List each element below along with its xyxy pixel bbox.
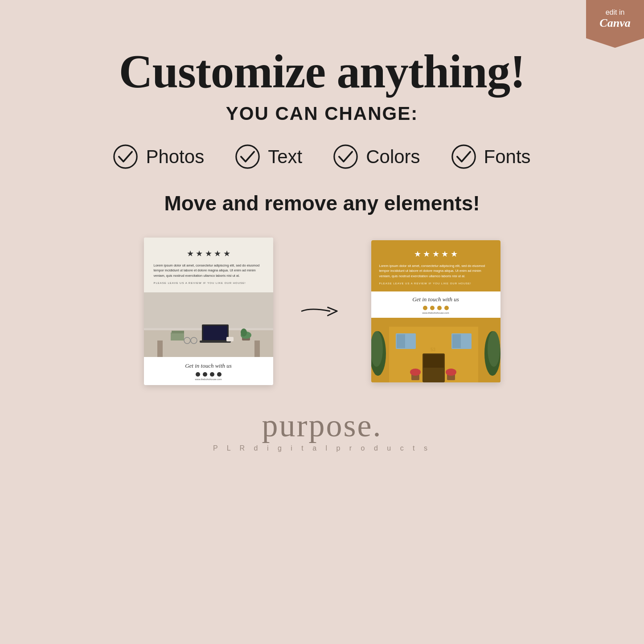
feature-photos-label: Photos xyxy=(146,146,204,168)
card2-stars: ★ ★ ★ ★ ★ xyxy=(379,249,492,259)
svg-rect-27 xyxy=(406,334,415,348)
canva-badge: edit in Canva xyxy=(586,0,644,48)
svg-rect-24 xyxy=(423,354,444,368)
card2-lorem: Lorem ipsum dolor sit amet, consectetur … xyxy=(379,263,492,279)
check-icon-photos xyxy=(113,144,138,169)
svg-point-1 xyxy=(236,145,259,168)
brand-name: purpose. xyxy=(213,407,431,444)
card2-get-in-touch: Get in touch with us xyxy=(379,296,492,303)
card1-bottom: Get in touch with us www.thebohohouse.co… xyxy=(144,357,273,385)
features-row: Photos Text Colors Fonts xyxy=(113,144,530,169)
brand-tagline: P L R d i g i t a l p r o d u c t s xyxy=(213,444,431,452)
badge-edit-text: edit in xyxy=(606,8,625,16)
svg-rect-30 xyxy=(462,334,471,348)
svg-rect-13 xyxy=(172,331,184,333)
svg-point-33 xyxy=(410,369,421,376)
brand-footer: purpose. P L R d i g i t a l p r o d u c… xyxy=(213,407,431,452)
card1-social-row xyxy=(153,372,264,377)
card2-social-youtube xyxy=(437,306,442,310)
svg-rect-12 xyxy=(171,332,184,340)
svg-rect-5 xyxy=(144,292,273,328)
svg-rect-10 xyxy=(203,326,227,340)
card1-website: www.thebohohouse.com xyxy=(153,378,264,381)
svg-point-2 xyxy=(334,145,357,168)
card1-photo xyxy=(144,292,273,357)
move-remove-text: Move and remove any elements! xyxy=(164,191,480,215)
card1-top: ★ ★ ★ ★ ★ Lorem ipsum dolor sit amet, co… xyxy=(144,238,273,292)
feature-text: Text xyxy=(235,144,302,169)
subheadline: YOU CAN CHANGE: xyxy=(226,103,418,124)
card2-website: www.thebohohouse.com xyxy=(379,312,492,314)
card1-stars: ★ ★ ★ ★ ★ xyxy=(154,249,263,258)
svg-point-35 xyxy=(446,369,456,376)
cards-row: ★ ★ ★ ★ ★ Lorem ipsum dolor sit amet, co… xyxy=(144,238,500,385)
card1-social-tiktok xyxy=(203,372,207,377)
feature-photos: Photos xyxy=(113,144,204,169)
card1-leave-review: PLEASE LEAVE US A REVIEW IF YOU LIKE OUR… xyxy=(154,282,263,284)
svg-rect-7 xyxy=(157,340,163,357)
feature-colors: Colors xyxy=(333,144,420,169)
badge-canva-text: Canva xyxy=(599,16,630,30)
svg-rect-29 xyxy=(452,334,461,348)
card2-middle: Get in touch with us www.thebohohouse.co… xyxy=(371,291,500,318)
card2-leave-review: PLEASE LEAVE US A REVIEW IF YOU LIKE OUR… xyxy=(379,282,492,285)
card2-social-pinterest xyxy=(444,306,449,310)
card1-get-in-touch: Get in touch with us xyxy=(153,362,264,369)
svg-point-39 xyxy=(488,331,500,367)
feature-fonts: Fonts xyxy=(451,144,531,169)
svg-rect-8 xyxy=(254,340,260,357)
arrow-container xyxy=(300,298,345,324)
check-icon-text xyxy=(235,144,260,169)
check-icon-colors xyxy=(333,144,358,169)
headline: Customize anything! xyxy=(119,45,525,98)
card2-top: ★ ★ ★ ★ ★ Lorem ipsum dolor sit amet, co… xyxy=(371,240,500,291)
svg-rect-11 xyxy=(200,340,231,343)
main-content: Customize anything! YOU CAN CHANGE: Phot… xyxy=(0,0,644,452)
card2-social-row xyxy=(379,306,492,310)
svg-text:53: 53 xyxy=(431,347,436,352)
card2-social-tiktok xyxy=(430,306,435,310)
card-after: ★ ★ ★ ★ ★ Lorem ipsum dolor sit amet, co… xyxy=(371,240,500,382)
feature-fonts-label: Fonts xyxy=(484,146,531,168)
svg-point-3 xyxy=(452,145,475,168)
card-before: ★ ★ ★ ★ ★ Lorem ipsum dolor sit amet, co… xyxy=(144,238,273,385)
svg-point-16 xyxy=(241,328,247,336)
svg-rect-26 xyxy=(397,334,405,348)
card1-lorem: Lorem ipsum dolor sit amet, consectetur … xyxy=(154,263,263,278)
card2-photo: 53 xyxy=(371,318,500,382)
card1-social-pinterest xyxy=(217,372,222,377)
feature-colors-label: Colors xyxy=(366,146,420,168)
svg-point-0 xyxy=(114,145,137,168)
card1-social-instagram xyxy=(196,372,200,377)
svg-rect-17 xyxy=(226,337,234,341)
feature-text-label: Text xyxy=(268,146,302,168)
arrow-icon xyxy=(300,298,345,324)
card1-social-youtube xyxy=(210,372,214,377)
card2-social-instagram xyxy=(423,306,427,310)
check-icon-fonts xyxy=(451,144,476,169)
